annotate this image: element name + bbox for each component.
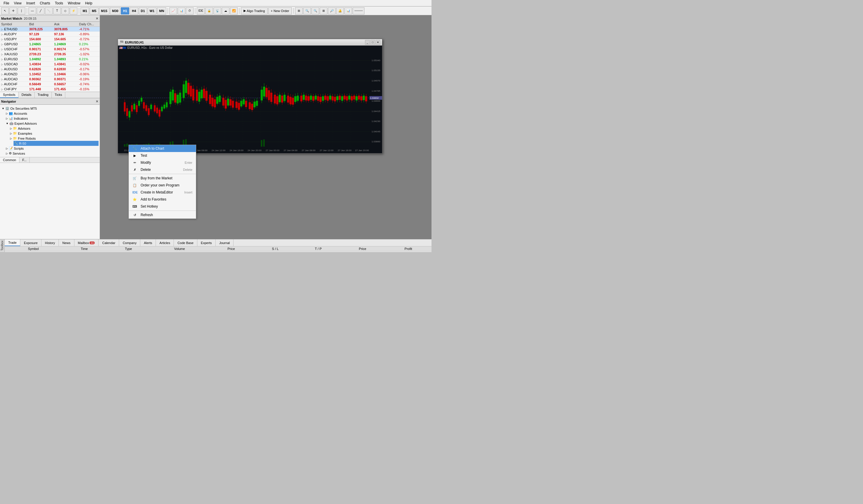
tf-mn-btn[interactable]: MN (157, 7, 166, 14)
tab-news[interactable]: News (59, 239, 74, 246)
market-watch-row[interactable]: ▷ ETHUSD 3078.225 3078.805 -4.71% (0, 27, 100, 32)
market-watch-row[interactable]: ▷ XAUUSD 2739.23 2739.35 -1.02% (0, 52, 100, 57)
toolbar-grid-btn[interactable]: ⊞ (320, 7, 327, 14)
market-watch-row[interactable]: ▷ EURUSD 1.04892 1.04893 0.21% (0, 57, 100, 62)
tab-mailbox[interactable]: Mailbox 11 (74, 239, 99, 246)
toolbar-cloud-btn[interactable]: ☁ (222, 7, 229, 14)
tab-calendar[interactable]: Calendar (99, 239, 119, 246)
tab-journal[interactable]: Journal (216, 239, 234, 246)
toolbox-side[interactable]: Toolbox (0, 239, 5, 252)
chart-maximize-btn[interactable]: □ (370, 40, 375, 45)
toolbar-wifi-btn[interactable]: 📡 (214, 7, 221, 14)
toolbar-more-btn[interactable]: ──── (353, 7, 364, 14)
menu-insert[interactable]: Insert (24, 1, 37, 6)
tf-h4-btn[interactable]: H4 (130, 7, 138, 14)
toolbar-alert-btn[interactable]: 🔔 (336, 7, 344, 14)
tab-alerts[interactable]: Alerts (140, 239, 156, 246)
new-order-btn[interactable]: + New Order (268, 7, 292, 14)
toolbar-signal-btn[interactable]: 📶 (230, 7, 238, 14)
chart-close-btn[interactable]: ✕ (376, 40, 380, 45)
nav-tab-common[interactable]: Common (0, 157, 20, 163)
market-watch-row[interactable]: ▷ CHFJPY 171.448 171.455 -0.15% (0, 87, 100, 92)
menu-charts[interactable]: Charts (37, 1, 52, 6)
toolbar-chart-type-btn[interactable]: 📈 (170, 7, 177, 14)
market-watch-close-btn[interactable]: ✕ (96, 16, 99, 21)
menu-tools[interactable]: Tools (53, 1, 66, 6)
toolbar-ide-btn[interactable]: IDE (197, 7, 205, 14)
ctx-test[interactable]: ▶ Test (129, 152, 196, 159)
toolbar-shapes-btn[interactable]: ◇ (62, 7, 69, 14)
toolbar-zoom-in-btn[interactable]: 🔍 (303, 7, 311, 14)
tab-codebase[interactable]: Code Base (174, 239, 197, 246)
toolbar-period-btn[interactable]: ⏱ (186, 7, 193, 14)
toolbar-text-btn[interactable]: T (53, 7, 61, 14)
mw-tab-details[interactable]: Details (18, 92, 35, 98)
ctx-refresh[interactable]: ↺ Refresh (129, 211, 196, 218)
tab-experts[interactable]: Experts (197, 239, 216, 246)
tf-w1-btn[interactable]: W1 (148, 7, 157, 14)
tab-trade[interactable]: Trade (5, 239, 20, 246)
menu-help[interactable]: Help (83, 1, 95, 6)
market-watch-row[interactable]: ▷ USDCAD 1.43834 1.43841 -0.02% (0, 62, 100, 67)
nav-expert-advisors[interactable]: ▼ 🤖 Expert Advisors (5, 121, 99, 126)
toolbar-zoom-out-btn[interactable]: 🔍 (312, 7, 319, 14)
chart-minimize-btn[interactable]: _ (365, 40, 370, 45)
market-watch-row[interactable]: ▷ AUDCHF 0.56649 0.56657 -0.74% (0, 82, 100, 87)
algo-trading-btn[interactable]: ▶ Algo Trading (241, 7, 268, 14)
ctx-order-own-program[interactable]: 📋 Order your own Program (129, 182, 196, 189)
toolbar-crosshair-btn[interactable]: ✛ (9, 7, 17, 14)
tf-m30-btn[interactable]: M30 (110, 7, 120, 14)
nav-examples-folder[interactable]: ▷ 📁 Examples (9, 131, 99, 136)
market-watch-row[interactable]: ▷ GBPUSD 1.24865 1.24869 0.23% (0, 42, 100, 47)
market-watch-row[interactable]: ▷ USDJPY 154.600 154.605 -0.72% (0, 37, 100, 42)
market-watch-row[interactable]: ▷ AUDNZD 1.10452 1.10466 -0.06% (0, 72, 100, 77)
market-watch-row[interactable]: ▷ USDCHF 0.90171 0.90174 -0.57% (0, 47, 100, 52)
nav-tab-favorites[interactable]: F... (20, 157, 30, 163)
chart-canvas[interactable]: 🇺🇸🇪🇺 EURUSD, H1s - Euro vs US Dollar (118, 46, 382, 153)
ctx-set-hotkey[interactable]: ⌨ Set Hotkey (129, 203, 196, 210)
tab-articles[interactable]: Articles (156, 239, 174, 246)
nav-advisors-folder[interactable]: ▷ 📁 Advisors (9, 126, 99, 131)
tab-history[interactable]: History (41, 239, 59, 246)
tab-company[interactable]: Company (119, 239, 140, 246)
tf-m5-btn[interactable]: M5 (90, 7, 98, 14)
toolbar-chart-layout-btn[interactable]: ⊞ (295, 7, 303, 14)
nav-services[interactable]: ▷ ⚙ Services (5, 151, 99, 156)
ctx-buy-from-market[interactable]: 🛒 Buy from the Market (129, 175, 196, 182)
toolbar-hline-btn[interactable]: — (28, 7, 36, 14)
toolbar-lock-btn[interactable]: 🔒 (205, 7, 213, 14)
market-watch-row[interactable]: ▷ AUDCAD 0.90362 0.90371 -0.19% (0, 77, 100, 82)
market-watch-row[interactable]: ▷ AUDJPY 97.129 97.136 -0.89% (0, 32, 100, 37)
menu-view[interactable]: View (11, 1, 24, 6)
toolbar-channel-btn[interactable]: ⋱ (45, 7, 53, 14)
nav-r50[interactable]: 🔧 R-50 (14, 141, 99, 146)
menu-file[interactable]: File (1, 1, 11, 6)
toolbar-trendline-btn[interactable]: ╱ (37, 7, 45, 14)
toolbar-indicators-btn[interactable]: 📊 (178, 7, 185, 14)
toolbar-fibonacci-btn[interactable]: ⚡ (70, 7, 77, 14)
ctx-modify[interactable]: ✏ Modify Enter (129, 159, 196, 166)
nav-free-robots-folder[interactable]: ▷ 📁 Free Robots (9, 136, 99, 141)
toolbar-signal2-btn[interactable]: 📊 (345, 7, 352, 14)
ctx-create-metaeditor[interactable]: IDE Create in MetaEditor Insert (129, 189, 196, 196)
tf-h1-btn[interactable]: H1 (121, 7, 129, 14)
nav-indicators[interactable]: ▷ 📊 Indicators (5, 116, 99, 121)
nav-accounts[interactable]: ▷ 👥 Accounts (5, 111, 99, 116)
ctx-add-favorites[interactable]: ⭐ Add to Favorites (129, 196, 196, 203)
ctx-delete[interactable]: ✗ Delete Delete (129, 166, 196, 173)
mw-tab-ticks[interactable]: Ticks (52, 92, 65, 98)
mw-tab-symbols[interactable]: Symbols (0, 92, 18, 98)
ctx-attach-to-chart[interactable]: 📎 Attach to Chart (129, 145, 196, 152)
mw-tab-trading[interactable]: Trading (35, 92, 52, 98)
toolbar-line-btn[interactable]: | (18, 7, 25, 14)
toolbar-search-btn[interactable]: 🔎 (328, 7, 336, 14)
navigator-close-btn[interactable]: ✕ (96, 99, 99, 103)
nav-broker[interactable]: ▼ 🏢 Ox Securities MT5 (1, 106, 99, 111)
nav-scripts[interactable]: ▷ 📝 Scripts (5, 146, 99, 151)
toolbar-arrow-btn[interactable]: ↖ (1, 7, 9, 14)
tf-m15-btn[interactable]: M15 (99, 7, 110, 14)
tf-m1-btn[interactable]: M1 (80, 7, 89, 14)
menu-window[interactable]: Window (66, 1, 83, 6)
tab-exposure[interactable]: Exposure (20, 239, 41, 246)
market-watch-row[interactable]: ▷ AUDUSD 0.62826 0.62830 -0.17% (0, 67, 100, 72)
